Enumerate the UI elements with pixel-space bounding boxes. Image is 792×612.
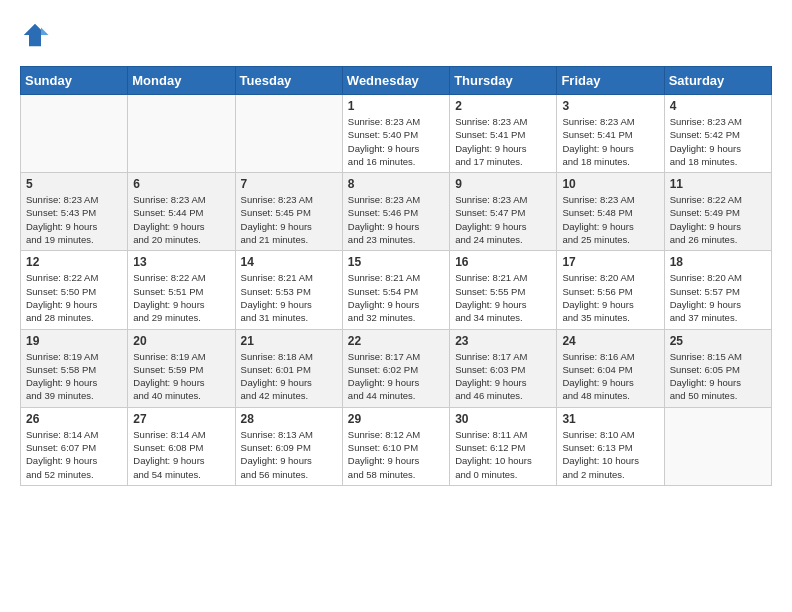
calendar-cell: 2Sunrise: 8:23 AM Sunset: 5:41 PM Daylig…: [450, 95, 557, 173]
day-number: 11: [670, 177, 766, 191]
calendar-cell: 23Sunrise: 8:17 AM Sunset: 6:03 PM Dayli…: [450, 329, 557, 407]
page-header: [20, 20, 772, 50]
calendar-cell: 24Sunrise: 8:16 AM Sunset: 6:04 PM Dayli…: [557, 329, 664, 407]
calendar-cell: 26Sunrise: 8:14 AM Sunset: 6:07 PM Dayli…: [21, 407, 128, 485]
day-info: Sunrise: 8:13 AM Sunset: 6:09 PM Dayligh…: [241, 428, 337, 481]
day-number: 6: [133, 177, 229, 191]
calendar-cell: 31Sunrise: 8:10 AM Sunset: 6:13 PM Dayli…: [557, 407, 664, 485]
calendar-cell: 12Sunrise: 8:22 AM Sunset: 5:50 PM Dayli…: [21, 251, 128, 329]
calendar-cell: 13Sunrise: 8:22 AM Sunset: 5:51 PM Dayli…: [128, 251, 235, 329]
day-info: Sunrise: 8:12 AM Sunset: 6:10 PM Dayligh…: [348, 428, 444, 481]
column-header-thursday: Thursday: [450, 67, 557, 95]
day-number: 17: [562, 255, 658, 269]
day-number: 23: [455, 334, 551, 348]
day-number: 3: [562, 99, 658, 113]
column-header-saturday: Saturday: [664, 67, 771, 95]
day-info: Sunrise: 8:23 AM Sunset: 5:48 PM Dayligh…: [562, 193, 658, 246]
calendar-cell: 14Sunrise: 8:21 AM Sunset: 5:53 PM Dayli…: [235, 251, 342, 329]
calendar-cell: 9Sunrise: 8:23 AM Sunset: 5:47 PM Daylig…: [450, 173, 557, 251]
day-info: Sunrise: 8:23 AM Sunset: 5:41 PM Dayligh…: [562, 115, 658, 168]
day-number: 14: [241, 255, 337, 269]
day-number: 20: [133, 334, 229, 348]
day-info: Sunrise: 8:22 AM Sunset: 5:51 PM Dayligh…: [133, 271, 229, 324]
day-info: Sunrise: 8:17 AM Sunset: 6:02 PM Dayligh…: [348, 350, 444, 403]
column-header-tuesday: Tuesday: [235, 67, 342, 95]
column-header-friday: Friday: [557, 67, 664, 95]
day-number: 13: [133, 255, 229, 269]
day-number: 29: [348, 412, 444, 426]
svg-marker-1: [41, 28, 49, 36]
day-info: Sunrise: 8:10 AM Sunset: 6:13 PM Dayligh…: [562, 428, 658, 481]
column-header-monday: Monday: [128, 67, 235, 95]
day-info: Sunrise: 8:17 AM Sunset: 6:03 PM Dayligh…: [455, 350, 551, 403]
day-number: 24: [562, 334, 658, 348]
day-info: Sunrise: 8:23 AM Sunset: 5:41 PM Dayligh…: [455, 115, 551, 168]
day-number: 9: [455, 177, 551, 191]
day-number: 28: [241, 412, 337, 426]
day-info: Sunrise: 8:16 AM Sunset: 6:04 PM Dayligh…: [562, 350, 658, 403]
day-info: Sunrise: 8:19 AM Sunset: 5:58 PM Dayligh…: [26, 350, 122, 403]
day-info: Sunrise: 8:23 AM Sunset: 5:47 PM Dayligh…: [455, 193, 551, 246]
day-number: 31: [562, 412, 658, 426]
day-info: Sunrise: 8:22 AM Sunset: 5:49 PM Dayligh…: [670, 193, 766, 246]
day-info: Sunrise: 8:18 AM Sunset: 6:01 PM Dayligh…: [241, 350, 337, 403]
calendar-cell: 16Sunrise: 8:21 AM Sunset: 5:55 PM Dayli…: [450, 251, 557, 329]
day-info: Sunrise: 8:21 AM Sunset: 5:53 PM Dayligh…: [241, 271, 337, 324]
calendar-cell: 22Sunrise: 8:17 AM Sunset: 6:02 PM Dayli…: [342, 329, 449, 407]
day-info: Sunrise: 8:14 AM Sunset: 6:08 PM Dayligh…: [133, 428, 229, 481]
day-number: 8: [348, 177, 444, 191]
day-number: 10: [562, 177, 658, 191]
calendar-cell: [21, 95, 128, 173]
calendar-cell: 17Sunrise: 8:20 AM Sunset: 5:56 PM Dayli…: [557, 251, 664, 329]
calendar-cell: [128, 95, 235, 173]
calendar-cell: 19Sunrise: 8:19 AM Sunset: 5:58 PM Dayli…: [21, 329, 128, 407]
calendar-week-2: 5Sunrise: 8:23 AM Sunset: 5:43 PM Daylig…: [21, 173, 772, 251]
day-number: 25: [670, 334, 766, 348]
calendar-header-row: SundayMondayTuesdayWednesdayThursdayFrid…: [21, 67, 772, 95]
day-number: 12: [26, 255, 122, 269]
day-info: Sunrise: 8:23 AM Sunset: 5:40 PM Dayligh…: [348, 115, 444, 168]
day-number: 5: [26, 177, 122, 191]
calendar-cell: 29Sunrise: 8:12 AM Sunset: 6:10 PM Dayli…: [342, 407, 449, 485]
calendar-cell: 6Sunrise: 8:23 AM Sunset: 5:44 PM Daylig…: [128, 173, 235, 251]
day-info: Sunrise: 8:23 AM Sunset: 5:43 PM Dayligh…: [26, 193, 122, 246]
day-number: 2: [455, 99, 551, 113]
logo: [20, 20, 54, 50]
calendar-cell: 10Sunrise: 8:23 AM Sunset: 5:48 PM Dayli…: [557, 173, 664, 251]
calendar-cell: 11Sunrise: 8:22 AM Sunset: 5:49 PM Dayli…: [664, 173, 771, 251]
day-info: Sunrise: 8:20 AM Sunset: 5:56 PM Dayligh…: [562, 271, 658, 324]
day-info: Sunrise: 8:23 AM Sunset: 5:45 PM Dayligh…: [241, 193, 337, 246]
day-info: Sunrise: 8:19 AM Sunset: 5:59 PM Dayligh…: [133, 350, 229, 403]
calendar-cell: 30Sunrise: 8:11 AM Sunset: 6:12 PM Dayli…: [450, 407, 557, 485]
calendar-cell: 15Sunrise: 8:21 AM Sunset: 5:54 PM Dayli…: [342, 251, 449, 329]
day-number: 21: [241, 334, 337, 348]
column-header-wednesday: Wednesday: [342, 67, 449, 95]
calendar-cell: 28Sunrise: 8:13 AM Sunset: 6:09 PM Dayli…: [235, 407, 342, 485]
calendar-cell: 27Sunrise: 8:14 AM Sunset: 6:08 PM Dayli…: [128, 407, 235, 485]
day-number: 18: [670, 255, 766, 269]
day-number: 26: [26, 412, 122, 426]
calendar-cell: 8Sunrise: 8:23 AM Sunset: 5:46 PM Daylig…: [342, 173, 449, 251]
calendar-week-1: 1Sunrise: 8:23 AM Sunset: 5:40 PM Daylig…: [21, 95, 772, 173]
day-number: 22: [348, 334, 444, 348]
calendar-cell: 20Sunrise: 8:19 AM Sunset: 5:59 PM Dayli…: [128, 329, 235, 407]
day-number: 19: [26, 334, 122, 348]
day-number: 4: [670, 99, 766, 113]
column-header-sunday: Sunday: [21, 67, 128, 95]
day-info: Sunrise: 8:23 AM Sunset: 5:46 PM Dayligh…: [348, 193, 444, 246]
day-number: 15: [348, 255, 444, 269]
day-info: Sunrise: 8:20 AM Sunset: 5:57 PM Dayligh…: [670, 271, 766, 324]
day-number: 1: [348, 99, 444, 113]
calendar-week-4: 19Sunrise: 8:19 AM Sunset: 5:58 PM Dayli…: [21, 329, 772, 407]
calendar-cell: 7Sunrise: 8:23 AM Sunset: 5:45 PM Daylig…: [235, 173, 342, 251]
calendar-cell: 3Sunrise: 8:23 AM Sunset: 5:41 PM Daylig…: [557, 95, 664, 173]
day-number: 27: [133, 412, 229, 426]
day-info: Sunrise: 8:15 AM Sunset: 6:05 PM Dayligh…: [670, 350, 766, 403]
day-info: Sunrise: 8:14 AM Sunset: 6:07 PM Dayligh…: [26, 428, 122, 481]
calendar-week-3: 12Sunrise: 8:22 AM Sunset: 5:50 PM Dayli…: [21, 251, 772, 329]
calendar-cell: 21Sunrise: 8:18 AM Sunset: 6:01 PM Dayli…: [235, 329, 342, 407]
day-info: Sunrise: 8:21 AM Sunset: 5:55 PM Dayligh…: [455, 271, 551, 324]
day-info: Sunrise: 8:23 AM Sunset: 5:42 PM Dayligh…: [670, 115, 766, 168]
calendar-cell: [664, 407, 771, 485]
calendar-cell: 5Sunrise: 8:23 AM Sunset: 5:43 PM Daylig…: [21, 173, 128, 251]
